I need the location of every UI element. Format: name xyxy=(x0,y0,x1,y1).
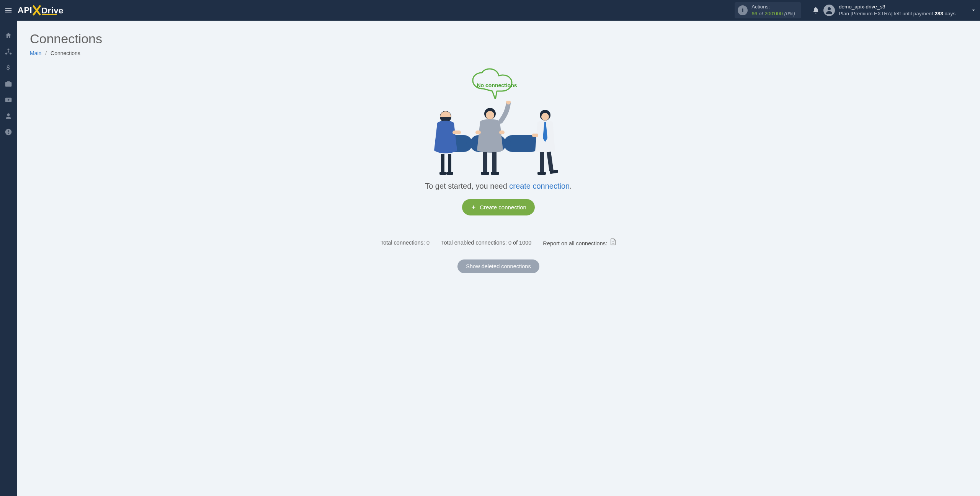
menu-toggle[interactable] xyxy=(0,0,17,21)
hamburger-icon xyxy=(4,6,13,15)
sidebar-item-help[interactable] xyxy=(0,124,17,140)
avatar-icon xyxy=(823,5,835,16)
user-menu[interactable]: demo_apix-drive_s3 Plan |Premium EXTRA| … xyxy=(823,3,956,17)
actions-of: of xyxy=(759,11,763,16)
plus-icon: ＋ xyxy=(470,203,477,211)
bell-icon xyxy=(812,7,820,14)
svg-rect-11 xyxy=(446,172,453,175)
home-icon xyxy=(5,32,12,39)
svg-rect-4 xyxy=(466,140,478,147)
sidebar xyxy=(0,21,17,496)
svg-rect-23 xyxy=(532,134,538,137)
svg-rect-24 xyxy=(540,152,544,173)
svg-point-0 xyxy=(828,7,831,10)
stat-total-value: 0 xyxy=(426,240,430,246)
user-plan: Plan |Premium EXTRA| left until payment … xyxy=(839,10,956,17)
actions-counter[interactable]: i Actions: 66 of 200'000 (0%) xyxy=(735,2,801,18)
user-info: demo_apix-drive_s3 Plan |Premium EXTRA| … xyxy=(839,3,956,17)
svg-rect-8 xyxy=(441,154,444,173)
sidebar-item-account[interactable] xyxy=(0,108,17,124)
notifications-button[interactable] xyxy=(808,7,823,14)
svg-rect-15 xyxy=(499,131,505,134)
svg-point-2 xyxy=(7,113,10,116)
empty-state: No connections xyxy=(30,68,967,273)
sidebar-item-billing[interactable] xyxy=(0,60,17,76)
breadcrumb-current: Connections xyxy=(51,50,80,56)
actions-text: Actions: 66 of 200'000 (0%) xyxy=(751,3,795,17)
dollar-icon xyxy=(5,64,12,72)
svg-point-13 xyxy=(486,111,494,119)
actions-count: 66 xyxy=(751,11,757,16)
svg-rect-14 xyxy=(475,131,481,134)
stat-report: Report on all connections: xyxy=(543,238,616,246)
svg-rect-25 xyxy=(547,152,554,171)
help-icon xyxy=(5,128,12,136)
empty-lead: To get started, you need create connecti… xyxy=(30,182,967,191)
sidebar-item-connections[interactable] xyxy=(0,44,17,60)
empty-illustration: No connections xyxy=(430,68,567,175)
lead-before: To get started, you need xyxy=(425,182,509,190)
chevron-down-icon xyxy=(970,7,977,13)
logo-text-drive: Drive xyxy=(41,6,64,15)
user-name: demo_apix-drive_s3 xyxy=(839,3,956,10)
actions-label: Actions: xyxy=(751,3,795,10)
actions-total: 200'000 xyxy=(764,11,783,16)
create-connection-link[interactable]: create connection xyxy=(509,182,570,190)
actions-percent: (0%) xyxy=(784,11,795,16)
svg-rect-18 xyxy=(492,152,497,173)
logo-text-api: API xyxy=(18,5,32,15)
main-content: Connections Main / Connections No connec… xyxy=(17,21,980,496)
lead-after: . xyxy=(570,182,572,190)
svg-rect-26 xyxy=(537,172,546,175)
logo-x-icon xyxy=(33,5,41,16)
stat-enabled-value: 0 of 1000 xyxy=(508,240,531,246)
show-deleted-button[interactable]: Show deleted connections xyxy=(457,259,539,273)
breadcrumb: Main / Connections xyxy=(30,50,967,56)
report-download-icon[interactable] xyxy=(610,238,616,245)
logo[interactable]: API Drive xyxy=(18,5,64,16)
stat-enabled: Total enabled connections: 0 of 1000 xyxy=(441,240,531,246)
stats-row: Total connections: 0 Total enabled conne… xyxy=(30,238,967,246)
cloud-bubble xyxy=(466,68,528,96)
svg-rect-19 xyxy=(481,172,489,175)
svg-rect-20 xyxy=(491,172,499,175)
breadcrumb-separator: / xyxy=(45,50,47,56)
people-illustration xyxy=(430,101,567,177)
user-icon xyxy=(5,112,12,120)
svg-point-22 xyxy=(541,113,549,121)
info-icon: i xyxy=(738,5,748,15)
cloud-label: No connections xyxy=(466,82,528,88)
sidebar-item-briefcase[interactable] xyxy=(0,76,17,92)
user-menu-chevron[interactable] xyxy=(967,7,980,13)
svg-rect-17 xyxy=(483,152,487,173)
topbar: API Drive i Actions: 66 of 200'000 (0%) xyxy=(0,0,980,21)
sidebar-item-home[interactable] xyxy=(0,28,17,44)
connections-icon xyxy=(5,48,12,55)
stat-total: Total connections: 0 xyxy=(381,240,430,246)
create-connection-button-label: Create connection xyxy=(480,204,526,210)
briefcase-icon xyxy=(5,80,12,88)
sidebar-item-video[interactable] xyxy=(0,92,17,108)
create-connection-button[interactable]: ＋ Create connection xyxy=(462,199,535,215)
svg-rect-9 xyxy=(448,154,451,173)
breadcrumb-main[interactable]: Main xyxy=(30,50,41,56)
page-title: Connections xyxy=(30,31,967,46)
svg-rect-10 xyxy=(439,172,446,175)
video-icon xyxy=(5,96,12,104)
svg-rect-7 xyxy=(452,131,461,134)
